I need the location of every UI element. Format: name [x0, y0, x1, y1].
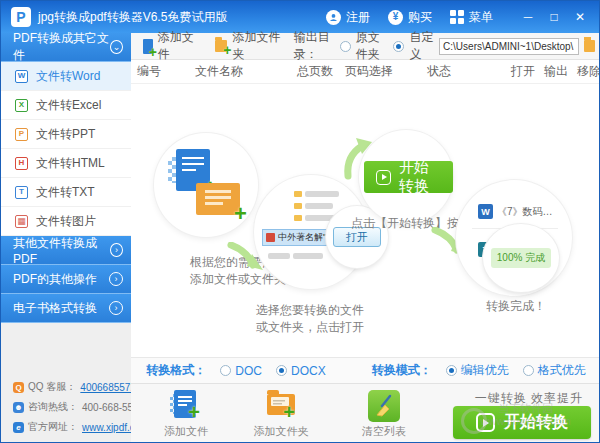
image-file-icon: ▦ [15, 215, 28, 228]
col-output: 输出 [538, 63, 571, 80]
person-icon: ☻ [13, 402, 24, 413]
col-filename: 文件名称 [189, 63, 291, 80]
step1-circle: + + [154, 133, 258, 237]
chevron-right-icon: › [109, 272, 123, 286]
radio-docx[interactable]: DOCX [276, 364, 326, 378]
output-dir-label: 输出目录： [294, 29, 335, 63]
play-icon [476, 413, 495, 432]
sidebar-item-ppt[interactable]: P 文件转PPT [1, 120, 131, 149]
options-bar: 转换格式： DOC DOCX 转换模式： 编辑优先 格式优先 [131, 357, 600, 383]
buy-label: 购买 [408, 9, 432, 26]
add-file-icon [143, 39, 153, 54]
contact-info: Q QQ 客服： 4006685572 ☻ 咨询热线： 400-668-5572… [1, 374, 131, 434]
chevron-right-icon: › [109, 301, 123, 315]
qq-label: QQ 客服： [28, 380, 76, 394]
col-pages: 总页数 [291, 63, 339, 80]
sidebar: PDF转换成其它文件 ⌄ W 文件转Word X 文件转Excel P 文件转P… [1, 33, 131, 443]
tutorial-canvas: + + 根据您的需要点击 添加文件或文件夹 中外著名解".pdf" [131, 84, 600, 357]
radio-edit-priority[interactable]: 编辑优先 [446, 362, 509, 379]
sidebar-item-html[interactable]: H 文件转HTML [1, 149, 131, 178]
slogan-text: 一键转换 效率提升 [475, 390, 583, 407]
menu-label: 菜单 [469, 9, 493, 26]
sidebar-section-pdf-ops[interactable]: PDF的其他操作 › [1, 265, 131, 294]
mode-label: 转换模式： [372, 362, 432, 379]
file-table-header: 编号 文件名称 总页数 页码选择 状态 打开 输出 移除 [131, 60, 600, 84]
chevron-down-icon: ⌄ [110, 40, 123, 54]
sidebar-item-txt[interactable]: T 文件转TXT [1, 178, 131, 207]
menu-button[interactable]: 菜单 [450, 9, 493, 26]
bottom-bar: + 添加文件 + 添加文件夹 清空列表 一 [131, 383, 600, 443]
add-folder-button-large[interactable]: + 添加文件夹 [246, 386, 316, 439]
step2-caption: 选择您要转换的文件 或文件夹，点击打开 [224, 302, 396, 336]
qq-icon: Q [13, 382, 24, 393]
start-convert-button-small[interactable]: 开始转换 [364, 161, 453, 193]
close-button[interactable]: ✕ [567, 6, 593, 28]
ie-icon: e [13, 422, 24, 433]
qq-number-link[interactable]: 4006685572 [80, 382, 136, 393]
sidebar-section-other-to-pdf[interactable]: 其他文件转换成PDF › [1, 236, 131, 265]
ppt-file-icon: P [15, 128, 28, 141]
app-logo-icon: P [11, 7, 31, 27]
play-icon [376, 170, 391, 185]
window-title: jpg转换成pdf转换器V6.5免费试用版 [38, 9, 227, 26]
col-status: 状态 [421, 63, 505, 80]
add-folder-icon [215, 40, 227, 52]
sidebar-section-pdf-to-other[interactable]: PDF转换成其它文件 ⌄ [1, 33, 131, 62]
radio-custom-label[interactable]: 自定义 [409, 29, 434, 63]
buy-button[interactable]: ¥ 购买 [388, 9, 432, 26]
radio-custom-folder[interactable] [393, 41, 404, 52]
step3-circle: 开始转换 [359, 130, 453, 224]
col-number: 编号 [131, 63, 189, 80]
clear-list-button[interactable]: 清空列表 [349, 386, 419, 439]
add-folder-icon: + [265, 390, 297, 422]
hotline-label: 咨询热线： [28, 400, 78, 414]
maximize-button[interactable]: □ [541, 6, 567, 28]
register-button[interactable]: 注册 [326, 9, 370, 26]
sidebar-item-word[interactable]: W 文件转Word [1, 62, 131, 91]
col-open: 打开 [505, 63, 538, 80]
pdf-file-icon [266, 233, 275, 242]
sidebar-section-ebook[interactable]: 电子书格式转换 › [1, 294, 131, 323]
yen-icon: ¥ [388, 10, 403, 25]
radio-original-folder[interactable] [340, 41, 351, 52]
chevron-right-icon: › [110, 243, 123, 257]
word-file-icon: W [15, 70, 28, 83]
radio-format-priority[interactable]: 格式优先 [523, 362, 586, 379]
broom-icon [368, 390, 400, 422]
minimize-button[interactable]: ─ [515, 6, 541, 28]
sidebar-item-image[interactable]: ▦ 文件转图片 [1, 207, 131, 236]
browse-folder-icon[interactable] [584, 40, 595, 52]
output-path-input[interactable] [439, 38, 579, 55]
radio-doc[interactable]: DOC [220, 364, 262, 378]
app-window: P jpg转换成pdf转换器V6.5免费试用版 注册 ¥ 购买 菜单 ─ □ ✕ [0, 0, 600, 443]
col-pagerange: 页码选择 [339, 63, 421, 80]
add-file-icon: + [170, 390, 202, 422]
menu-grid-icon [450, 10, 464, 24]
main-toolbar: 添加文件 添加文件夹 输出目录： 原文件夹 自定义 [131, 33, 600, 60]
sidebar-item-excel[interactable]: X 文件转Excel [1, 91, 131, 120]
format-label: 转换格式： [146, 362, 206, 379]
txt-file-icon: T [15, 186, 28, 199]
word-result-icon: W [478, 204, 493, 219]
col-remove: 移除 [571, 63, 600, 80]
radio-original-label[interactable]: 原文件夹 [356, 29, 389, 63]
html-file-icon: H [15, 157, 28, 170]
add-file-button-large[interactable]: + 添加文件 [151, 386, 221, 439]
person-icon [326, 10, 341, 25]
progress-circle: 100% 完成 [483, 224, 559, 292]
progress-badge: 100% 完成 [491, 248, 551, 268]
register-label: 注册 [346, 9, 370, 26]
excel-file-icon: X [15, 99, 28, 112]
start-convert-button[interactable]: 开始转换 [453, 406, 591, 439]
main-area: 添加文件 添加文件夹 输出目录： 原文件夹 自定义 编号 文件名称 总页数 页码… [131, 33, 600, 443]
step4-caption: 转换完成！ [461, 298, 571, 315]
website-label: 官方网址： [28, 420, 78, 434]
